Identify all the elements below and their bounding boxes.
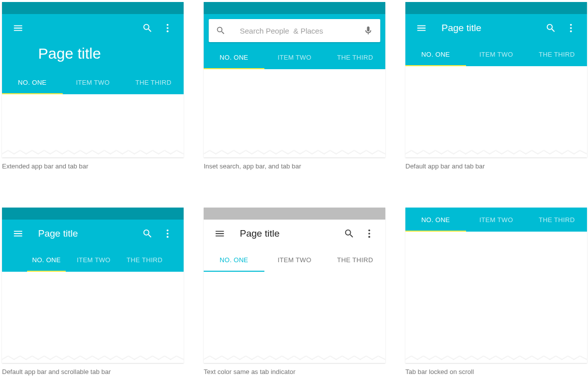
tab-bar: NO. ONE ITEM TWO THE THIRD bbox=[405, 208, 587, 232]
tab-one[interactable]: NO. ONE bbox=[405, 42, 466, 66]
panel-caption: Default app bar and tab bar bbox=[405, 162, 587, 170]
page-title: Page title bbox=[442, 23, 541, 34]
app-bar: Page title bbox=[405, 14, 587, 42]
app-bar: Page title bbox=[204, 220, 385, 248]
search-box[interactable] bbox=[209, 19, 380, 42]
search-icon[interactable] bbox=[137, 18, 158, 38]
more-icon[interactable] bbox=[359, 224, 379, 244]
tab-one[interactable]: NO. ONE bbox=[2, 70, 63, 94]
svg-marker-16 bbox=[204, 356, 385, 363]
panel-inset-search: NO. ONE ITEM TWO THE THIRD Inset search,… bbox=[204, 2, 385, 172]
svg-point-6 bbox=[570, 27, 572, 29]
tab-two[interactable]: ITEM TWO bbox=[63, 70, 123, 94]
menu-icon[interactable] bbox=[8, 224, 28, 244]
status-bar bbox=[405, 2, 587, 14]
tab-one[interactable]: NO. ONE bbox=[204, 45, 264, 69]
more-icon[interactable] bbox=[158, 18, 178, 38]
svg-point-11 bbox=[167, 236, 169, 238]
tab-bar-scrollable[interactable]: NO. ONE ITEM TWO THE THIRD bbox=[2, 248, 184, 272]
menu-icon[interactable] bbox=[411, 18, 431, 38]
svg-point-14 bbox=[368, 233, 370, 235]
tab-bar: NO. ONE ITEM TWO THE THIRD bbox=[405, 42, 587, 66]
svg-marker-3 bbox=[2, 151, 184, 157]
tab-bar: NO. ONE ITEM TWO THE THIRD bbox=[2, 70, 184, 94]
search-icon[interactable] bbox=[339, 224, 359, 244]
menu-icon[interactable] bbox=[8, 18, 28, 38]
panel-caption: Tab bar locked on scroll bbox=[405, 368, 587, 375]
svg-marker-4 bbox=[204, 151, 385, 157]
tab-three[interactable]: THE THIRD bbox=[325, 248, 385, 272]
panel-extended-appbar: Page title NO. ONE ITEM TWO THE THIRD Ex… bbox=[2, 2, 184, 172]
svg-marker-12 bbox=[2, 356, 184, 363]
tab-bar: NO. ONE ITEM TWO THE THIRD bbox=[204, 248, 385, 272]
tab-two[interactable]: ITEM TWO bbox=[466, 208, 527, 232]
tab-three[interactable]: THE THIRD bbox=[325, 45, 385, 69]
tab-three[interactable]: THE THIRD bbox=[526, 208, 587, 232]
menu-icon[interactable] bbox=[210, 224, 230, 244]
page-title: Page title bbox=[240, 228, 339, 239]
panel-default-appbar: Page title NO. ONE ITEM TWO THE THIRD bbox=[405, 2, 587, 172]
svg-point-5 bbox=[570, 24, 572, 26]
tab-bar: NO. ONE ITEM TWO THE THIRD bbox=[204, 45, 385, 69]
tab-three[interactable]: THE THIRD bbox=[123, 70, 184, 94]
panel-caption: Extended app bar and tab bar bbox=[2, 162, 184, 170]
svg-point-15 bbox=[368, 236, 370, 238]
panel-light-tabs: Page title NO. ONE ITEM TWO THE THIRD bbox=[204, 208, 385, 377]
tab-two[interactable]: ITEM TWO bbox=[466, 42, 527, 66]
panel-locked-tabs: NO. ONE ITEM TWO THE THIRD Tab bar locke… bbox=[405, 208, 587, 377]
search-icon[interactable] bbox=[541, 18, 561, 38]
content-area bbox=[204, 272, 385, 363]
svg-marker-8 bbox=[405, 151, 587, 157]
mic-icon[interactable] bbox=[363, 26, 373, 36]
tab-two[interactable]: ITEM TWO bbox=[264, 45, 325, 69]
panel-caption: Text color same as tab indicator bbox=[204, 368, 385, 375]
svg-marker-17 bbox=[405, 356, 587, 363]
content-area bbox=[405, 66, 587, 157]
svg-point-1 bbox=[167, 27, 169, 29]
tab-one[interactable]: NO. ONE bbox=[204, 248, 264, 272]
status-bar bbox=[204, 2, 385, 14]
tab-three[interactable]: THE THIRD bbox=[526, 42, 587, 66]
search-input[interactable] bbox=[240, 27, 363, 35]
page-title: Page title bbox=[2, 42, 184, 70]
tab-one[interactable]: NO. ONE bbox=[405, 208, 466, 232]
more-icon[interactable] bbox=[561, 18, 581, 38]
status-bar bbox=[2, 2, 184, 14]
search-icon[interactable] bbox=[137, 224, 158, 244]
content-area bbox=[2, 94, 184, 157]
more-icon[interactable] bbox=[158, 224, 178, 244]
content-area bbox=[405, 232, 587, 363]
panel-scrollable-tabs: Page title NO. ONE ITEM TWO THE THIRD De… bbox=[2, 208, 184, 377]
svg-point-7 bbox=[570, 31, 572, 33]
content-area bbox=[204, 69, 385, 157]
panel-caption: Inset search, app bar, and tab bar bbox=[204, 162, 385, 170]
svg-point-10 bbox=[167, 233, 169, 235]
app-bar: Page title bbox=[2, 220, 184, 248]
search-icon bbox=[216, 26, 226, 36]
svg-point-13 bbox=[368, 230, 370, 232]
tab-two[interactable]: ITEM TWO bbox=[264, 248, 325, 272]
svg-point-0 bbox=[167, 24, 169, 26]
status-bar bbox=[2, 208, 184, 220]
status-bar bbox=[204, 208, 385, 220]
panel-caption: Default app bar and scrollable tab bar bbox=[2, 368, 184, 375]
content-area bbox=[2, 272, 184, 363]
app-bar: Page title bbox=[2, 14, 184, 70]
tab-two[interactable]: ITEM TWO bbox=[77, 248, 110, 272]
tab-one[interactable]: NO. ONE bbox=[32, 248, 61, 272]
tab-three[interactable]: THE THIRD bbox=[126, 248, 163, 272]
svg-point-2 bbox=[167, 31, 169, 33]
svg-point-9 bbox=[167, 230, 169, 232]
page-title: Page title bbox=[38, 228, 137, 239]
